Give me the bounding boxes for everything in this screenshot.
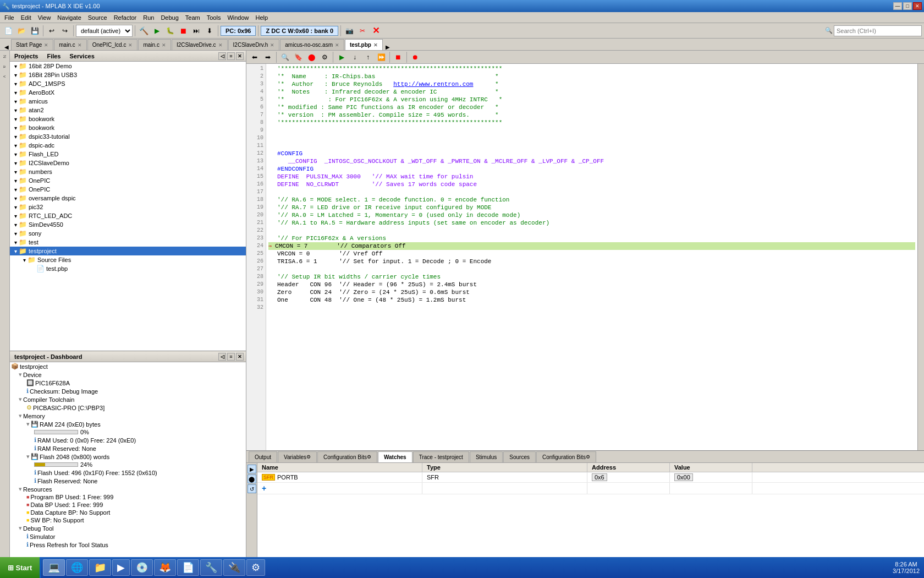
ed-stepout-button[interactable]: ↑ (362, 51, 374, 63)
editor-tab-i2cslavedrive-c[interactable]: I2CSlaveDrive.c✕ (172, 39, 228, 50)
dash-item[interactable]: ⚙PICBASIC-PRO [C:\PBP3] (10, 403, 246, 412)
menu-item-view[interactable]: View (35, 13, 54, 22)
taskbar-item-internet-explorer[interactable]: 🌐 (66, 559, 88, 576)
dash-item[interactable]: ℹRAM Used: 0 (0x0) Free: 224 (0xE0) (10, 436, 246, 444)
code-line[interactable]: DEFINE NO_CLRWDT '// Saves 17 words code… (268, 181, 915, 188)
menu-item-window[interactable]: Window (224, 13, 252, 22)
dash-collapse-button[interactable]: ✕ (236, 353, 244, 361)
tree-expand-icon[interactable]: ▾ (12, 63, 19, 69)
tree-item[interactable]: ▾📁Source Files (10, 255, 246, 264)
code-link[interactable]: http://www.rentron.com (393, 81, 473, 88)
taskbar-item-pickit[interactable]: 🔌 (223, 559, 245, 576)
editor-tab-main-c[interactable]: main.c✕ (138, 39, 170, 50)
tree-expand-icon[interactable]: ▾ (12, 90, 19, 96)
tab-close-icon[interactable]: ✕ (373, 42, 378, 48)
tree-item[interactable]: ▾📁OnePIC (10, 176, 246, 185)
ed-run2-button[interactable]: ⏩ (375, 51, 387, 63)
tab-close-icon[interactable]: ✕ (335, 42, 339, 48)
configuration-dropdown[interactable]: default (active) (76, 25, 133, 37)
code-line[interactable]: One CON 48 '// One = (48 * 25uS) = 1.2mS… (268, 296, 915, 304)
ed-toggle-button[interactable]: ⚙ (318, 51, 331, 63)
settings-button[interactable]: ≡ (227, 52, 235, 60)
taskbar-item-app1[interactable]: 🔧 (200, 559, 222, 576)
start-button[interactable]: ⊞ Start (0, 557, 41, 578)
code-line[interactable]: '* Author : Bruce Reynolds http://www.re… (268, 80, 915, 88)
tree-expand-icon[interactable]: ▾ (12, 231, 19, 237)
tree-expand-icon[interactable]: ▾ (12, 107, 19, 113)
tree-item[interactable]: ▾📁dspic-adc (10, 141, 246, 150)
tab-close-icon[interactable]: ✕ (44, 42, 48, 48)
step-over-button[interactable]: ⏭ (190, 25, 202, 37)
open-button[interactable]: 📂 (15, 25, 28, 37)
debug-button[interactable]: 🐛 (164, 25, 176, 37)
output-tab-configuration-bits[interactable]: Configuration Bits ⚙ (317, 451, 377, 462)
tree-item[interactable]: ▾📁atan2 (10, 106, 246, 114)
editor-tab-onepic-lcd-c[interactable]: OnePIC_lcd.c✕ (87, 39, 138, 50)
dash-item[interactable]: 24% (10, 461, 246, 468)
tab-files[interactable]: Files (45, 53, 63, 59)
tree-expand-icon[interactable]: ▾ (12, 187, 19, 193)
code-line[interactable]: '***************************************… (268, 119, 915, 127)
tree-item[interactable]: ▾📁numbers (10, 167, 246, 176)
output-icon1[interactable]: ▶ (248, 465, 256, 473)
code-line[interactable]: '// RA.6 = MODE select. 1 = decode funct… (268, 196, 915, 204)
code-content[interactable]: '***************************************… (266, 64, 917, 450)
code-line[interactable]: '// RA.7 = LED drive or IR receive input… (268, 204, 915, 211)
output-tab-stimulus[interactable]: Stimulus (470, 451, 503, 462)
tree-item[interactable]: ▾📁RTC_LED_ADC (10, 211, 246, 220)
code-line[interactable] (268, 188, 915, 196)
taskbar-item-app2[interactable]: ⚙ (246, 559, 265, 576)
editor-tab-test-pbp[interactable]: test.pbp✕ (345, 39, 383, 50)
output-icon2[interactable]: ⬤ (248, 475, 256, 483)
code-line[interactable]: Zero CON 24 '// Zero = (24 * 25uS) = 0.6… (268, 288, 915, 296)
output-tab-trace---testproject[interactable]: Trace - testproject (413, 451, 469, 462)
run-button[interactable]: ▶ (151, 25, 163, 37)
tree-item[interactable]: ▾📁bookwork (10, 123, 246, 132)
editor-tab-i2cslavedrv-h[interactable]: I2CSlaveDrv.h✕ (228, 39, 280, 50)
dash-item[interactable]: ▾Resources (10, 485, 246, 493)
watch-row[interactable]: SFR PORTB SFR 0x6 0x00 (257, 472, 924, 483)
tree-expand-icon[interactable]: ▾ (12, 143, 19, 149)
menu-item-navigate[interactable]: Navigate (54, 13, 84, 22)
code-line[interactable]: #CONFIG (268, 150, 915, 157)
tab-close-icon[interactable]: ✕ (78, 42, 82, 48)
dash-item[interactable]: 📦testproject (10, 362, 246, 370)
dash-item[interactable]: ℹPress Refresh for Tool Status (10, 541, 246, 549)
tree-item[interactable]: ▾📁Flash_LED (10, 150, 246, 159)
build-button[interactable]: 🔨 (138, 25, 150, 37)
ed-breakpoint-button[interactable]: ⬤ (305, 51, 317, 63)
output-tab-configuration-bits[interactable]: Configuration Bits ⚙ (536, 451, 596, 462)
output-icon3[interactable]: ↺ (248, 484, 256, 493)
tree-expand-icon[interactable]: ▾ (12, 134, 19, 140)
code-line[interactable]: #ENDCONFIG (268, 165, 915, 173)
tree-item[interactable]: ▾📁bookwork (10, 114, 246, 123)
code-line[interactable] (268, 127, 915, 134)
tab-services[interactable]: Services (68, 53, 97, 59)
dash-item[interactable]: ℹFlash Used: 496 (0x1F0) Free: 1552 (0x6… (10, 468, 246, 477)
code-line[interactable]: '// For PIC16F62x & A versions (268, 235, 915, 242)
tree-item[interactable]: 📄test.pbp (10, 264, 246, 273)
output-tab-variables[interactable]: Variables ⚙ (278, 451, 317, 462)
taskbar-item-daemon-tools[interactable]: 💿 (131, 559, 153, 576)
tree-expand-icon[interactable]: ▾ (12, 169, 19, 175)
dash-item[interactable]: ▾💾RAM 224 (0xE0) bytes (10, 420, 246, 428)
ed-record-button[interactable]: ⏺ (409, 51, 421, 63)
undo-button[interactable]: ↩ (46, 25, 58, 37)
dash-settings-button[interactable]: ≡ (227, 353, 235, 361)
dash-item[interactable]: ■Data BP Used: 1 Free: 999 (10, 501, 246, 509)
code-line[interactable]: '// RA.0 = LM Latched = 1, Momentary = 0… (268, 211, 915, 219)
editor-tab-start-page[interactable]: Start Page✕ (11, 39, 53, 50)
ed-step-button[interactable]: ↓ (349, 51, 361, 63)
tree-expand-icon[interactable]: ▾ (12, 99, 19, 105)
tree-item[interactable]: ▾📁testproject (10, 247, 246, 255)
menu-item-refactor[interactable]: Refactor (111, 13, 140, 22)
scissors-button[interactable]: ✂ (356, 25, 369, 37)
tree-item[interactable]: ▾📁pic32 (10, 203, 246, 211)
code-line[interactable]: TRISA.6 = 1 '// Set for input. 1 = Decod… (268, 258, 915, 265)
tree-expand-icon[interactable]: ▾ (12, 81, 19, 87)
search-input[interactable] (834, 25, 922, 36)
stop-button[interactable]: ⏹ (177, 25, 189, 37)
tree-expand-icon[interactable]: ▾ (12, 248, 19, 254)
ed-play-button[interactable]: ▶ (336, 51, 348, 63)
code-line[interactable] (268, 134, 915, 142)
